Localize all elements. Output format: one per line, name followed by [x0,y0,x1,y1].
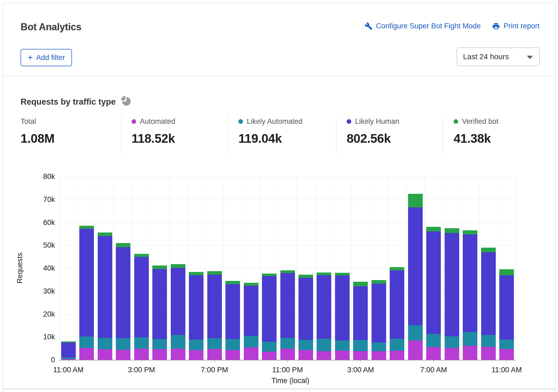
bar-segment-verified_bot [353,282,368,286]
x-tick-mark [288,360,288,362]
chart-bar[interactable] [116,177,130,360]
bar-segment-automated [335,351,350,360]
bar-segment-verified_bot [445,228,459,233]
bar-segment-likely_automated [98,338,112,349]
bar-segment-verified_bot [298,275,313,278]
chart-bar[interactable] [317,177,331,360]
x-tick-mark [507,360,507,362]
bar-segment-automated [207,349,222,360]
chart-bar[interactable] [207,177,222,360]
chart-bar[interactable] [445,177,459,360]
y-tick-label: 70k [29,195,55,204]
x-tick-mark [142,360,142,362]
chart-bar[interactable] [280,177,295,360]
chart-bar[interactable] [298,177,313,360]
bar-segment-automated [390,351,404,360]
bar-segment-automated [445,348,459,360]
v-gridline [516,177,516,360]
bar-segment-verified_bot [152,265,167,269]
bar-segment-verified_bot [481,248,496,252]
y-tick-label: 10k [29,333,55,341]
bar-segment-likely_human [463,234,477,332]
bar-segment-likely_human [152,269,167,339]
chart-bar[interactable] [61,177,76,360]
chart-bar[interactable] [481,177,496,360]
bar-segment-likely_automated [189,340,203,350]
chart-bar[interactable] [262,177,277,360]
bar-segment-verified_bot [390,267,404,270]
x-tick-label: 11:00 AM [44,366,93,374]
bar-segment-automated [152,349,167,360]
bar-segment-verified_bot [463,230,477,234]
bar-segment-likely_human [445,233,459,336]
bar-segment-likely_human [426,231,441,334]
chart-bar[interactable] [98,177,112,360]
chart-bar[interactable] [244,177,258,360]
requests-by-traffic-type-chart: Requests Time (local) 010k20k30k40k50k60… [3,3,555,392]
bar-segment-likely_human [390,270,404,339]
x-axis-title: Time (local) [266,377,315,385]
bar-segment-likely_automated [79,337,94,348]
bar-segment-verified_bot [244,283,258,286]
bar-segment-likely_human [262,276,277,342]
bar-segment-verified_bot [317,273,331,275]
bar-segment-verified_bot [335,273,350,275]
chart-bar[interactable] [335,177,350,360]
chart-bar[interactable] [499,177,514,360]
section-divider [3,389,555,389]
bar-segment-likely_automated [225,339,240,350]
y-tick-label: 60k [29,218,55,227]
chart-bar[interactable] [225,177,240,360]
bar-segment-verified_bot [116,243,130,247]
bar-segment-automated [262,352,277,360]
chart-bar[interactable] [134,177,149,360]
bar-segment-verified_bot [79,226,94,229]
chart-bar[interactable] [463,177,477,360]
bar-segment-automated [463,346,477,360]
bar-segment-likely_human [408,207,423,325]
bar-segment-verified_bot [134,254,149,257]
bar-segment-likely_automated [408,325,423,341]
bar-segment-likely_automated [481,335,496,347]
bar-segment-automated [317,351,331,360]
chart-bar[interactable] [390,177,404,360]
bar-segment-automated [79,348,94,360]
bar-segment-likely_automated [335,340,350,351]
bar-segment-likely_automated [116,338,130,350]
bar-segment-likely_automated [390,339,404,351]
bar-segment-verified_bot [499,269,514,275]
chart-bar[interactable] [189,177,203,360]
x-tick-mark [215,360,215,362]
bar-segment-likely_automated [207,338,222,349]
bar-segment-likely_automated [134,337,149,349]
x-tick-mark [360,360,361,362]
chart-bar[interactable] [79,177,94,360]
bar-segment-likely_human [244,286,258,336]
bar-segment-likely_human [481,252,496,335]
bar-segment-likely_human [61,343,76,357]
chart-bar[interactable] [152,177,167,360]
bar-segment-likely_automated [152,339,167,349]
x-tick-label: 11:00 PM [263,366,312,374]
x-tick-label: 7:00 AM [409,366,458,374]
bar-segment-likely_automated [298,340,313,350]
bar-segment-automated [171,349,185,360]
bar-segment-automated [225,350,240,360]
bar-segment-likely_human [207,275,222,338]
bar-segment-automated [426,347,441,360]
chart-bar[interactable] [408,177,423,360]
bar-segment-likely_automated [244,336,258,347]
chart-bar[interactable] [353,177,368,360]
chart-bar[interactable] [171,177,185,360]
chart-bar[interactable] [372,177,386,360]
bar-segment-likely_human [189,275,203,339]
bar-segment-automated [189,350,203,360]
bar-segment-verified_bot [426,227,441,231]
y-tick-label: 80k [29,172,55,181]
y-tick-label: 50k [29,241,55,250]
bar-segment-automated [244,347,258,360]
chart-bar[interactable] [426,177,441,360]
analytics-card: Bot Analytics Configure Super Bot Fight … [3,3,555,392]
bar-segment-likely_automated [280,338,295,349]
bar-segment-likely_automated [426,334,441,347]
